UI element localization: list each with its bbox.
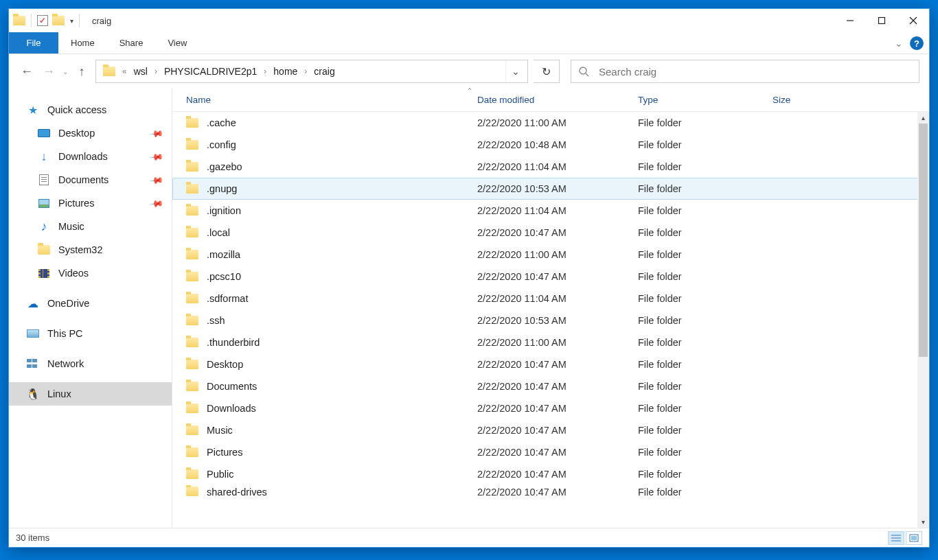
sidebar-item-label: Linux (47, 388, 71, 399)
sidebar-item-quick-access[interactable]: ★ Quick access (9, 98, 172, 121)
nav-up-button[interactable]: ↑ (73, 63, 90, 80)
chevron-right-icon[interactable]: › (261, 67, 269, 76)
file-row[interactable]: .ignition2/22/2020 11:04 AMFile folder (172, 200, 929, 222)
sidebar-item-downloads[interactable]: ↓ Downloads 📌 (9, 145, 172, 168)
column-headers: ˄ Name Date modified Type Size (172, 89, 929, 112)
status-item-count: 30 items (16, 533, 49, 543)
file-row[interactable]: .sdformat2/22/2020 11:04 AMFile folder (172, 288, 929, 310)
column-header-name[interactable]: Name (186, 95, 477, 105)
nav-back-button[interactable]: ← (19, 63, 35, 80)
file-list[interactable]: .cache2/22/2020 11:00 AMFile folder.conf… (172, 112, 929, 528)
file-row[interactable]: .pcsc102/22/2020 10:47 AMFile folder (172, 266, 929, 288)
file-date: 2/22/2020 10:48 AM (477, 139, 638, 150)
file-row[interactable]: Desktop2/22/2020 10:47 AMFile folder (172, 353, 929, 375)
file-row[interactable]: Music2/22/2020 10:47 AMFile folder (172, 419, 929, 441)
file-name: .config (207, 139, 477, 150)
app-folder-icon (13, 16, 25, 25)
help-icon[interactable]: ? (910, 36, 924, 50)
divider (79, 14, 80, 27)
view-thumbnails-button[interactable] (906, 531, 922, 545)
search-box[interactable] (571, 60, 919, 83)
column-header-date[interactable]: Date modified (477, 95, 638, 105)
sidebar-item-onedrive[interactable]: ☁ OneDrive (9, 292, 172, 315)
breadcrumb-segment[interactable]: wsl (130, 60, 152, 82)
column-header-size[interactable]: Size (773, 95, 855, 105)
file-row[interactable]: .local2/22/2020 10:47 AMFile folder (172, 222, 929, 244)
breadcrumb-overflow-icon[interactable]: « (119, 67, 130, 76)
sidebar-item-label: Pictures (58, 198, 94, 209)
sidebar-item-this-pc[interactable]: This PC (9, 322, 172, 345)
column-header-type[interactable]: Type (638, 95, 773, 105)
file-date: 2/22/2020 10:47 AM (477, 359, 638, 370)
qat-newfolder-icon[interactable] (52, 16, 65, 25)
nav-forward-button[interactable]: → (41, 63, 57, 80)
minimize-button[interactable] (834, 9, 866, 32)
maximize-icon (878, 16, 886, 25)
breadcrumb-segment[interactable]: craig (310, 60, 339, 82)
file-row[interactable]: .ssh2/22/2020 10:53 AMFile folder (172, 310, 929, 331)
file-row[interactable]: shared-drives2/22/2020 10:47 AMFile fold… (172, 485, 929, 500)
qat-dropdown-icon[interactable]: ▾ (70, 17, 73, 25)
close-button[interactable] (897, 9, 929, 32)
ribbon-expand-icon[interactable]: ⌄ (895, 38, 903, 49)
file-name: shared-drives (207, 487, 477, 498)
pin-icon: 📌 (149, 149, 164, 164)
file-type: File folder (638, 447, 773, 458)
file-row[interactable]: .thunderbird2/22/2020 11:00 AMFile folde… (172, 331, 929, 353)
file-row[interactable]: Public2/22/2020 10:47 AMFile folder (172, 463, 929, 485)
file-type: File folder (638, 403, 773, 414)
menu-share[interactable]: Share (107, 32, 156, 54)
breadcrumb-segment[interactable]: PHYSICALDRIVE2p1 (160, 60, 261, 82)
file-date: 2/22/2020 10:47 AM (477, 447, 638, 458)
status-bar: 30 items (9, 528, 929, 547)
chevron-right-icon[interactable]: › (301, 67, 310, 76)
refresh-button[interactable]: ↻ (534, 60, 560, 83)
qat-properties-icon[interactable]: ✓ (37, 15, 48, 26)
file-row[interactable]: .config2/22/2020 10:48 AMFile folder (172, 134, 929, 156)
file-row[interactable]: .cache2/22/2020 11:00 AMFile folder (172, 112, 929, 134)
nav-history-dropdown[interactable]: ⌄ (62, 68, 68, 75)
titlebar[interactable]: ✓ ▾ craig (9, 9, 929, 32)
chevron-right-icon[interactable]: › (152, 67, 160, 76)
folder-icon (36, 244, 52, 256)
breadcrumb-segment[interactable]: home (269, 60, 301, 82)
menu-home[interactable]: Home (58, 32, 107, 54)
sidebar-item-desktop[interactable]: Desktop 📌 (9, 121, 172, 145)
file-type: File folder (638, 425, 773, 436)
file-row[interactable]: .gazebo2/22/2020 11:04 AMFile folder (172, 156, 929, 178)
sidebar-item-network[interactable]: Network (9, 352, 172, 375)
pin-icon: 📌 (149, 172, 164, 187)
folder-icon (186, 404, 198, 413)
file-type: File folder (638, 249, 773, 260)
vertical-scrollbar[interactable]: ▴ ▾ (917, 112, 929, 528)
sidebar-item-pictures[interactable]: Pictures 📌 (9, 191, 172, 215)
sidebar-item-system32[interactable]: System32 (9, 238, 172, 261)
navigation-pane[interactable]: ★ Quick access Desktop 📌 ↓ Downloads 📌 D… (9, 89, 172, 528)
file-row[interactable]: .mozilla2/22/2020 11:00 AMFile folder (172, 244, 929, 266)
scroll-down-icon[interactable]: ▾ (917, 516, 929, 528)
file-date: 2/22/2020 10:47 AM (477, 469, 638, 480)
menu-view[interactable]: View (155, 32, 199, 54)
file-row[interactable]: Pictures2/22/2020 10:47 AMFile folder (172, 441, 929, 463)
folder-icon (186, 360, 198, 369)
address-bar[interactable]: « wsl › PHYSICALDRIVE2p1 › home › craig … (95, 60, 528, 83)
folder-icon (186, 118, 198, 128)
close-icon (909, 16, 917, 25)
address-dropdown-icon[interactable]: ⌄ (505, 60, 525, 82)
sidebar-item-documents[interactable]: Documents 📌 (9, 168, 172, 191)
sidebar-item-videos[interactable]: Videos (9, 261, 172, 285)
menu-file[interactable]: File (9, 32, 58, 54)
file-row[interactable]: Documents2/22/2020 10:47 AMFile folder (172, 375, 929, 397)
view-details-button[interactable] (888, 531, 904, 545)
sort-indicator-icon: ˄ (468, 87, 472, 97)
file-row[interactable]: .gnupg2/22/2020 10:53 AMFile folder (172, 178, 929, 200)
file-date: 2/22/2020 10:53 AM (477, 315, 638, 326)
file-name: .cache (207, 117, 477, 128)
search-input[interactable] (599, 66, 912, 78)
sidebar-item-music[interactable]: ♪ Music (9, 215, 172, 238)
maximize-button[interactable] (866, 9, 897, 32)
file-row[interactable]: Downloads2/22/2020 10:47 AMFile folder (172, 397, 929, 419)
scrollbar-thumb[interactable] (919, 124, 928, 357)
scroll-up-icon[interactable]: ▴ (917, 112, 929, 124)
sidebar-item-linux[interactable]: 🐧 Linux (9, 382, 172, 406)
